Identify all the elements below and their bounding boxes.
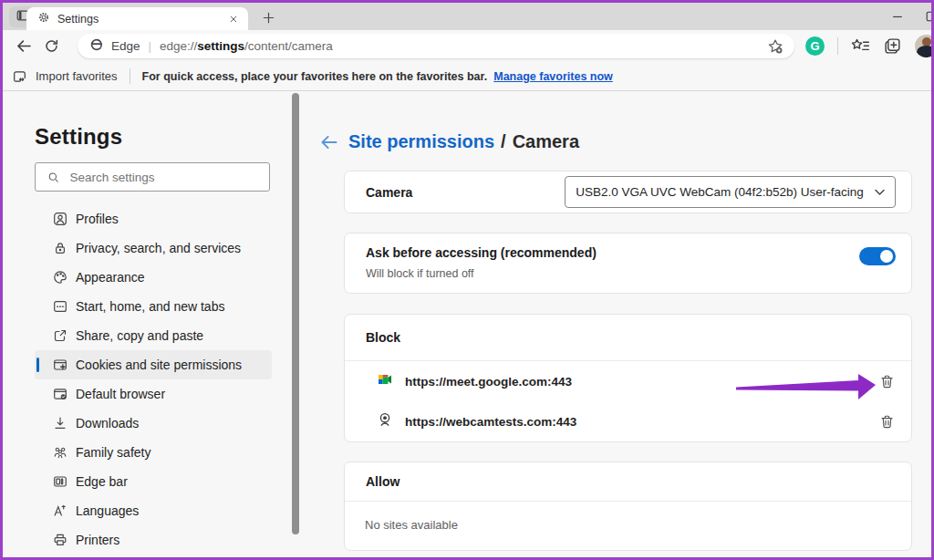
sidebar-item-printers[interactable]: Printers: [35, 525, 272, 555]
camera-device-card: Camera USB2.0 VGA UVC WebCam (04f2:b52b)…: [344, 171, 912, 213]
sidebar-item-edge-bar[interactable]: Edge bar: [35, 467, 272, 496]
star-lines-icon: [851, 37, 870, 55]
sidebar-item-label: Cookies and site permissions: [76, 358, 242, 372]
block-title: Block: [366, 330, 400, 345]
site-permissions-icon: [53, 358, 67, 372]
delete-site-button[interactable]: [877, 412, 897, 431]
sidebar-item-label: Printers: [76, 533, 119, 547]
edge-logo-icon: [89, 37, 104, 56]
ask-title: Ask before accessing (recommended): [366, 245, 897, 260]
allow-empty-text: No sites available: [345, 502, 911, 550]
url-scheme: edge://: [160, 39, 197, 53]
close-tab-button[interactable]: [226, 12, 241, 26]
allow-card: Allow No sites available: [344, 461, 912, 551]
profile-avatar[interactable]: [915, 35, 934, 57]
breadcrumb-back-button[interactable]: [319, 132, 339, 152]
back-button[interactable]: [10, 34, 37, 59]
sidebar-item-family-safety[interactable]: Family safety: [35, 438, 272, 467]
sidebar-item-privacy[interactable]: Privacy, search, and services: [35, 233, 272, 263]
search-input[interactable]: [69, 171, 260, 184]
webcam-icon: [377, 411, 393, 431]
add-favorite-button[interactable]: [765, 36, 785, 57]
chevron-down-icon: [875, 189, 885, 196]
trash-icon: [879, 374, 895, 389]
blocked-site-row: https://webcamtests.com:443: [345, 401, 911, 441]
camera-settings-content: Site permissions / Camera Camera USB2.0 …: [295, 91, 931, 557]
tab-settings[interactable]: Settings: [26, 7, 248, 30]
breadcrumb-separator: /: [501, 131, 506, 152]
sidebar-item-start-home-tabs[interactable]: Start, home, and new tabs: [35, 292, 272, 321]
sidebar-item-languages[interactable]: Languages: [35, 496, 272, 525]
people-group-icon: [53, 445, 67, 460]
sidebar-item-label: Downloads: [76, 416, 139, 430]
sidebar-item-profiles[interactable]: Profiles: [35, 204, 272, 233]
sidebar-item-label: Languages: [76, 503, 139, 518]
camera-label: Camera: [366, 185, 412, 200]
sidebar-item-appearance[interactable]: Appearance: [35, 263, 272, 292]
tab-strip: Settings: [3, 3, 931, 30]
camera-device-select[interactable]: USB2.0 VGA UVC WebCam (04f2:b52b) User-f…: [565, 176, 896, 208]
address-bar[interactable]: Edge | edge://settings/content/camera: [78, 34, 794, 58]
maximize-window-button[interactable]: [925, 10, 934, 23]
ask-before-accessing-toggle[interactable]: [859, 247, 896, 265]
close-icon: [229, 15, 238, 24]
google-meet-icon: [377, 371, 393, 391]
sidebar-item-default-browser[interactable]: Default browser: [35, 379, 272, 409]
blocked-site-url: https://webcamtests.com:443: [405, 415, 576, 429]
back-arrow-icon: [16, 37, 33, 55]
star-plus-icon: [767, 38, 784, 55]
grammarly-extension-icon[interactable]: G: [805, 36, 825, 56]
block-header: Block: [345, 315, 911, 360]
settings-sidebar: Settings Profiles: [3, 91, 295, 557]
blocked-site-row: https://meet.google.com:443: [345, 361, 911, 401]
languages-icon: [53, 503, 67, 518]
sidebar-menu: Profiles Privacy, search, and services: [35, 204, 272, 555]
url-path: /content/camera: [244, 39, 333, 53]
printer-icon: [53, 533, 67, 547]
edge-bar-icon: [53, 474, 67, 489]
settings-search-box[interactable]: [35, 162, 270, 192]
download-icon: [53, 416, 67, 430]
search-icon: [47, 171, 59, 184]
trash-icon: [879, 414, 895, 430]
url-highlight: settings: [197, 39, 244, 53]
favorites-bar-divider: [130, 68, 130, 84]
sidebar-item-downloads[interactable]: Downloads: [35, 409, 272, 438]
palette-icon: [53, 270, 67, 285]
tab-title: Settings: [57, 13, 226, 26]
avatar-shirt: [917, 46, 934, 57]
manage-favorites-link[interactable]: Manage favorites now: [493, 70, 613, 83]
sidebar-item-share-copy-paste[interactable]: Share, copy and paste: [35, 321, 272, 350]
new-tab-button[interactable]: [259, 8, 278, 27]
plus-icon: [262, 11, 275, 25]
ask-subtitle: Will block if turned off: [366, 267, 897, 280]
sidebar-item-label: Share, copy and paste: [76, 328, 203, 343]
favorites-hint-text: For quick access, place your favorites h…: [142, 70, 488, 83]
delete-site-button[interactable]: [877, 372, 897, 391]
lock-icon: [53, 241, 67, 255]
share-icon: [53, 328, 67, 343]
browser-window: Settings: [0, 0, 934, 560]
sidebar-item-cookies-site-permissions[interactable]: Cookies and site permissions: [35, 350, 272, 379]
import-favorites-button[interactable]: Import favorites: [12, 69, 118, 84]
minimize-icon: [891, 10, 904, 23]
collections-button[interactable]: [883, 36, 902, 56]
refresh-button[interactable]: [37, 34, 65, 59]
browser-check-icon: [53, 387, 67, 401]
toolbar-divider: [837, 37, 838, 55]
back-arrow-icon: [319, 132, 339, 152]
favorites-bar: Import favorites For quick access, place…: [3, 62, 931, 91]
ask-before-accessing-card: Ask before accessing (recommended) Will …: [344, 233, 912, 294]
minimize-window-button[interactable]: [884, 5, 911, 28]
page-title: Camera: [513, 131, 579, 152]
profiles-icon: [53, 212, 67, 226]
selected-device: USB2.0 VGA UVC WebCam (04f2:b52b) User-f…: [576, 185, 864, 199]
sidebar-item-label: Edge bar: [76, 474, 128, 489]
site-permissions-link[interactable]: Site permissions: [348, 131, 494, 152]
collections-icon: [883, 36, 902, 56]
window-tabs-icon: [53, 299, 67, 314]
import-favorites-label: Import favorites: [36, 69, 118, 83]
sidebar-item-label: Default browser: [76, 387, 165, 401]
favorites-hub-button[interactable]: [851, 37, 870, 55]
sidebar-item-label: Privacy, search, and services: [76, 241, 241, 255]
